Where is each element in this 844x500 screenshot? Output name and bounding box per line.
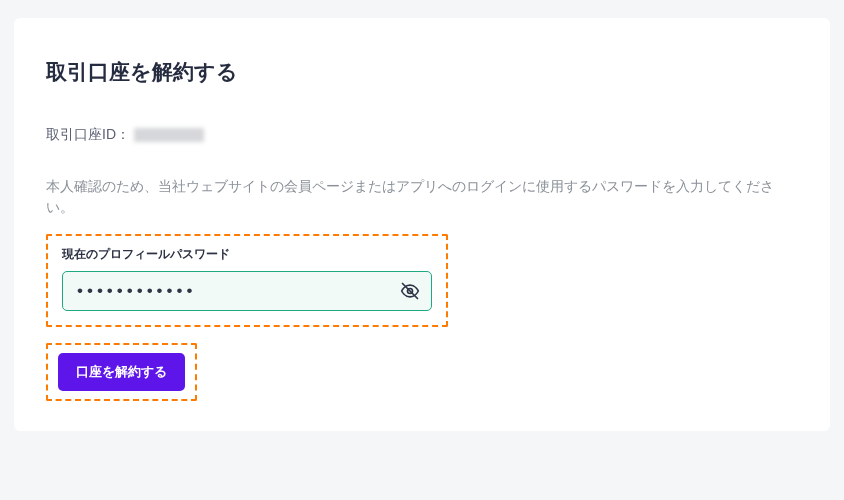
- page-title: 取引口座を解約する: [46, 58, 798, 86]
- close-account-button[interactable]: 口座を解約する: [58, 353, 185, 391]
- eye-off-icon: [400, 281, 420, 301]
- close-account-card: 取引口座を解約する 取引口座ID： 本人確認のため、当社ウェブサイトの会員ページ…: [14, 18, 830, 431]
- toggle-password-visibility[interactable]: [396, 277, 424, 305]
- account-id-value: [134, 128, 204, 142]
- submit-button-highlight: 口座を解約する: [46, 343, 197, 401]
- account-id-label: 取引口座ID：: [46, 126, 130, 144]
- password-field-highlight: 現在のプロフィールパスワード: [46, 234, 448, 327]
- password-input[interactable]: [62, 271, 432, 311]
- instruction-text: 本人確認のため、当社ウェブサイトの会員ページまたはアプリへのログインに使用するパ…: [46, 176, 798, 218]
- password-field-label: 現在のプロフィールパスワード: [62, 246, 432, 263]
- password-input-wrap: [62, 271, 432, 311]
- account-id-row: 取引口座ID：: [46, 126, 798, 144]
